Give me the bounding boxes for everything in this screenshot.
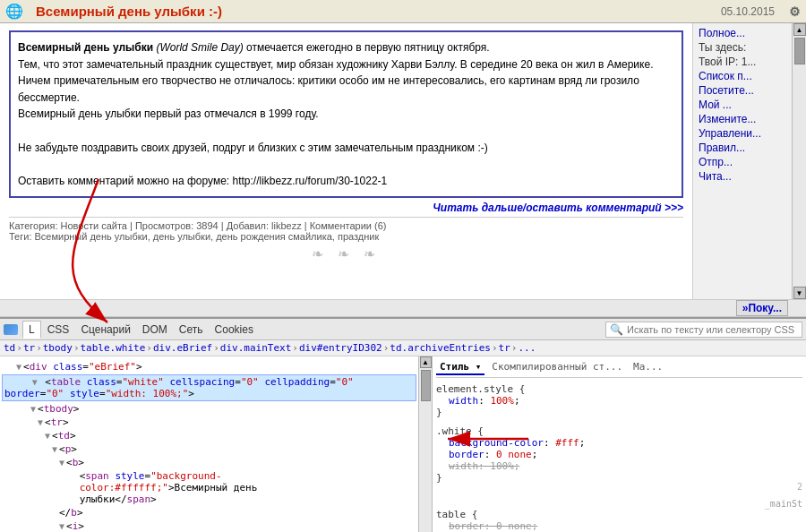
css-tab-style[interactable]: Стиль ▾ <box>436 360 484 375</box>
html-panel: ▼ <div class="eBrief"> ▼ <table class="w… <box>0 356 419 532</box>
css-prop-border-table: border: 0 none; <box>449 520 802 532</box>
breadcrumb-item-diventry[interactable]: div#entryID302 <box>299 342 382 354</box>
html-line-tr: ▼ <tr> <box>2 416 416 429</box>
html-line-tbody: ▼ <tbody> <box>2 402 416 416</box>
top-bar: 🌐 Всемирный день улыбки :-) 05.10.2015 ⚙ <box>0 0 806 23</box>
html-line-td: ▼ <td> <box>2 429 416 442</box>
sidebar: Полное... Ты здесь: Твой IP: 1... Список… <box>693 23 792 299</box>
sidebar-item-7[interactable]: Управлени... <box>699 127 786 140</box>
expand-icon-table[interactable]: ▼ <box>32 377 38 387</box>
article-body-p3: Всемирный день улыбки первый раз отмечал… <box>18 107 319 120</box>
next-page-link[interactable]: »Поку... <box>736 300 788 316</box>
css-section-white: .white { background-color: #fff; border:… <box>436 425 802 492</box>
expand-icon-tbody[interactable]: ▼ <box>30 404 36 414</box>
expand-icon-b[interactable]: ▼ <box>59 458 64 468</box>
breadcrumb-item-more[interactable]: ... <box>518 342 536 354</box>
scroll-up-btn[interactable]: ▲ <box>793 23 806 36</box>
sidebar-item-10[interactable]: Чита... <box>699 170 786 183</box>
css-close-element: } <box>436 407 802 418</box>
html-line-table[interactable]: ▼ <table class="white" cellspacing="0" c… <box>2 374 416 401</box>
tab-DOM[interactable]: DOM <box>137 322 173 338</box>
site-icon: 🌐 <box>5 3 23 20</box>
css-selector-element: element.style { <box>436 383 802 395</box>
main-content-area: Всемирный день улыбки (World Smile Day) … <box>0 23 806 299</box>
page-wrapper: 🌐 Всемирный день улыбки :-) 05.10.2015 ⚙… <box>0 0 806 532</box>
breadcrumb-item-tbody[interactable]: tbody <box>43 342 73 354</box>
css-prop-border-white: border: 0 none; <box>449 449 802 460</box>
devtools-search-input[interactable] <box>627 324 798 335</box>
html-line-ebrief: ▼ <div class="eBrief"> <box>2 360 416 373</box>
css-prop-width-white: width: 100%; <box>449 460 802 472</box>
page-title: Всемирный день улыбки :-) <box>36 4 222 19</box>
css-tab-ma[interactable]: Ма... <box>630 360 666 375</box>
html-tag-ebrief: <div class="eBrief"> <box>23 361 141 373</box>
next-page-bar: »Поку... <box>0 299 806 317</box>
page-date: 05.10.2015 <box>721 5 775 18</box>
tab-cookies[interactable]: Cookies <box>210 322 259 338</box>
sidebar-item-2: Твой IP: 1... <box>699 56 786 68</box>
sidebar-item-1: Ты здесь: <box>699 41 786 54</box>
html-scroll-up[interactable]: ▲ <box>420 356 432 368</box>
breadcrumb-bar: td › tr › tbody › table.white › div.eBri… <box>0 340 806 356</box>
tab-scenario[interactable]: Сценарий <box>75 322 135 338</box>
expand-icon-ebrief[interactable]: ▼ <box>16 362 21 372</box>
css-panel: Стиль ▾ Скомпилированный ст... Ма... ele… <box>433 356 806 532</box>
read-more-link[interactable]: Читать дальше/оставить комментарий >>> <box>9 202 683 214</box>
breadcrumb-item-tablewhite[interactable]: table.white <box>81 342 146 354</box>
expand-icon-i[interactable]: ▼ <box>59 521 64 531</box>
search-icon: 🔍 <box>610 323 623 336</box>
sidebar-item-0[interactable]: Полное... <box>699 27 786 39</box>
devtools: L CSS Сценарий DOM Сеть Cookies 🔍 td › t… <box>0 317 806 532</box>
breadcrumb-item-td[interactable]: td <box>4 342 15 354</box>
sidebar-item-3[interactable]: Список п... <box>699 70 786 82</box>
html-line-span: <span style="background- color:#ffffff;"… <box>2 469 416 506</box>
breadcrumb-item-tr[interactable]: tr <box>23 342 35 354</box>
breadcrumb-item-tr2[interactable]: tr <box>499 342 510 354</box>
breadcrumb-item-diveBrief[interactable]: div.eBrief <box>153 342 212 354</box>
css-selector-table: table { <box>436 509 802 520</box>
html-panel-scrollbar[interactable]: ▲ ▼ <box>419 356 433 532</box>
tab-L[interactable]: L <box>22 321 41 339</box>
devtools-toolbar: L CSS Сценарий DOM Сеть Cookies 🔍 <box>0 319 806 340</box>
article-divider: ❧ ❧ ❧ <box>9 245 683 262</box>
html-line-i: ▼ <i> <box>2 519 416 532</box>
devtools-icon <box>4 324 18 335</box>
scroll-down-btn[interactable]: ▼ <box>793 287 806 299</box>
tab-CSS[interactable]: CSS <box>42 322 75 338</box>
sidebar-item-5[interactable]: Мой ... <box>699 99 786 111</box>
sidebar-item-4[interactable]: Посетите... <box>699 84 786 97</box>
devtools-panels: ▼ <div class="eBrief"> ▼ <table class="w… <box>0 356 806 532</box>
css-section-table: _mainSt table { border: 0 none; border-c… <box>436 499 802 532</box>
breadcrumb-item-divmainText[interactable]: div.mainText <box>220 342 291 354</box>
gear-icon[interactable]: ⚙ <box>789 4 801 19</box>
css-selector-white: .white { <box>436 425 802 437</box>
devtools-search-area: 🔍 <box>605 322 802 338</box>
page-scrollbar[interactable]: ▲ ▼ <box>792 23 806 299</box>
css-prop-bg-white: background-color: #fff; <box>449 437 802 449</box>
article-body-p5: Оставить комментарий можно на форуме: ht… <box>18 175 387 187</box>
breadcrumb-item-tdarchive[interactable]: td.archiveEntries <box>390 342 491 354</box>
css-tab-compiled[interactable]: Скомпилированный ст... <box>488 360 626 375</box>
html-line-b: ▼ <b> <box>2 456 416 469</box>
css-anchor-maintable: _mainSt <box>436 499 802 509</box>
html-line-p: ▼ <p> <box>2 442 416 456</box>
sidebar-item-9[interactable]: Отпр... <box>699 156 786 168</box>
expand-icon-td[interactable]: ▼ <box>45 431 50 441</box>
article-meta: Категория: Новости сайта | Просмотров: 3… <box>9 217 683 231</box>
article-box: Всемирный день улыбки (World Smile Day) … <box>9 30 683 198</box>
css-section-element-style: element.style { width: 100%; } <box>436 383 802 418</box>
expand-icon-tr[interactable]: ▼ <box>38 417 43 427</box>
css-panel-tabs: Стиль ▾ Скомпилированный ст... Ма... <box>436 360 802 378</box>
expand-icon-p[interactable]: ▼ <box>52 444 57 454</box>
html-scroll-thumb[interactable] <box>421 370 431 401</box>
main-left: Всемирный день улыбки (World Smile Day) … <box>0 23 693 299</box>
scroll-thumb[interactable] <box>794 38 805 64</box>
sidebar-item-8[interactable]: Правил... <box>699 142 786 154</box>
article-body-p1: Всемирный день улыбки (World Smile Day) … <box>18 41 490 54</box>
tab-network[interactable]: Сеть <box>174 322 209 338</box>
sidebar-item-6[interactable]: Измените... <box>699 113 786 125</box>
article-body-p2: Тем, что этот замечательный праздник сущ… <box>18 58 653 104</box>
article-body-p4: Не забудьте поздравить своих друзей, под… <box>18 142 488 154</box>
css-linenum-white: 2 <box>436 482 802 492</box>
css-prop-width-element: width: 100%; <box>449 395 802 407</box>
